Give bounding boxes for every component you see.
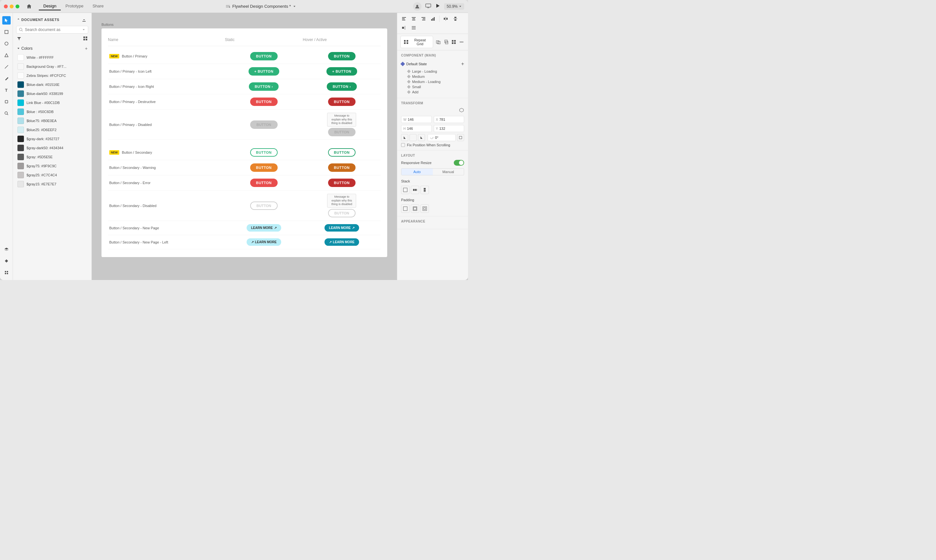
distribute-v-icon[interactable] bbox=[451, 15, 460, 23]
play-icon[interactable] bbox=[435, 3, 440, 10]
list-item[interactable]: Link Blue - #00C1DB bbox=[16, 98, 88, 107]
search-dropdown-icon[interactable] bbox=[82, 28, 85, 31]
layers-icon[interactable] bbox=[2, 245, 11, 254]
sub-item-medium[interactable]: Medium bbox=[401, 74, 464, 79]
list-item[interactable]: Zebra Stripes: #FCFCFC bbox=[16, 71, 88, 80]
filter-icon[interactable] bbox=[17, 36, 21, 42]
user-icon[interactable] bbox=[413, 2, 421, 11]
chart-icon[interactable] bbox=[429, 15, 437, 23]
copy-h-icon[interactable] bbox=[435, 39, 441, 45]
btn-learn-more-left-hover[interactable]: ↗ LEARN MORE bbox=[324, 238, 359, 246]
transform-3d-icon[interactable] bbox=[459, 108, 464, 114]
select-tool[interactable] bbox=[2, 16, 11, 25]
btn-primary-hover[interactable]: BUTTON bbox=[328, 52, 356, 60]
export-button[interactable] bbox=[80, 16, 88, 23]
list-item[interactable]: Background Gray - #F7... bbox=[16, 62, 88, 71]
align-right-icon[interactable] bbox=[419, 15, 427, 23]
padding-individual-icon[interactable] bbox=[421, 205, 429, 213]
copy-all-icon[interactable] bbox=[450, 39, 457, 45]
repeat-grid-button[interactable]: Repeat Grid bbox=[401, 36, 433, 48]
fix-scroll-checkbox[interactable] bbox=[401, 143, 405, 147]
x-field[interactable]: X 781 bbox=[434, 116, 464, 123]
list-item[interactable]: $gray-dark50: #434344 bbox=[16, 143, 88, 152]
add-color-button[interactable]: + bbox=[85, 46, 88, 51]
responsive-resize-toggle[interactable] bbox=[454, 160, 464, 166]
btn-primary-icon-right-hover[interactable]: BUTTON › bbox=[327, 82, 356, 91]
device-icon[interactable] bbox=[426, 3, 431, 9]
assets-icon[interactable] bbox=[2, 268, 11, 277]
btn-primary-static[interactable]: BUTTON bbox=[250, 52, 278, 60]
list-item[interactable]: $gray75: #9F9C9C bbox=[16, 162, 88, 171]
tab-auto[interactable]: Auto bbox=[401, 169, 433, 175]
btn-error-static[interactable]: BUTTON bbox=[250, 178, 278, 187]
artboard-tool[interactable] bbox=[2, 97, 11, 106]
btn-warning-hover[interactable]: BUTTON bbox=[328, 163, 356, 172]
btn-primary-icon-left-static[interactable]: + BUTTON bbox=[248, 67, 279, 75]
list-item[interactable]: $gray-dark: #262727 bbox=[16, 134, 88, 143]
rotate-field[interactable]: 0° bbox=[427, 134, 456, 141]
padding-none-icon[interactable] bbox=[401, 205, 410, 213]
stack-h-icon[interactable] bbox=[411, 186, 419, 194]
more-align-icon[interactable] bbox=[400, 24, 408, 32]
btn-secondary-static[interactable]: BUTTON bbox=[250, 148, 278, 157]
list-item[interactable]: $gray15: #E7E7E7 bbox=[16, 180, 88, 189]
copy-options-icon[interactable] bbox=[458, 39, 465, 45]
rectangle-tool[interactable] bbox=[2, 28, 11, 36]
ellipse-tool[interactable] bbox=[2, 39, 11, 48]
align-center-icon[interactable] bbox=[410, 15, 418, 23]
list-item[interactable]: $blue : #50C6DB bbox=[16, 107, 88, 116]
btn-warning-static[interactable]: BUTTON bbox=[250, 163, 278, 172]
btn-error-hover[interactable]: BUTTON bbox=[328, 178, 356, 187]
colors-section-header[interactable]: Colors + bbox=[13, 44, 91, 53]
btn-destructive-static[interactable]: BUTTON bbox=[250, 97, 278, 106]
grid-view-icon[interactable] bbox=[83, 36, 88, 42]
align-left-icon[interactable] bbox=[400, 15, 408, 23]
center-align-icon[interactable] bbox=[410, 134, 416, 141]
minimize-button[interactable] bbox=[10, 5, 14, 8]
sub-item-large-loading[interactable]: Large - Loading bbox=[401, 69, 464, 74]
tab-manual[interactable]: Manual bbox=[433, 169, 464, 175]
btn-learn-more-static[interactable]: LEARN MORE ↗ bbox=[247, 224, 281, 232]
stack-none-icon[interactable] bbox=[401, 186, 410, 194]
list-item[interactable]: $blue25: #D6EEF2 bbox=[16, 125, 88, 134]
sub-item-medium-loading[interactable]: Medium - Loading bbox=[401, 79, 464, 84]
sub-item-small[interactable]: Small bbox=[401, 84, 464, 89]
lines-icon[interactable] bbox=[410, 24, 418, 32]
home-button[interactable] bbox=[25, 2, 34, 11]
btn-primary-icon-left-hover[interactable]: + BUTTON bbox=[327, 67, 357, 75]
list-item[interactable]: $gray25: #C7C4C4 bbox=[16, 171, 88, 180]
list-item[interactable]: $blue-dark: #01516E bbox=[16, 80, 88, 89]
copy-v-icon[interactable] bbox=[443, 39, 449, 45]
zoom-control[interactable]: 50.9% bbox=[444, 3, 464, 10]
height-field[interactable]: H 146 bbox=[401, 125, 432, 132]
list-item[interactable]: $blue-dark50: #338199 bbox=[16, 89, 88, 98]
add-state-button[interactable]: + bbox=[461, 61, 464, 67]
triangle-tool[interactable] bbox=[2, 51, 11, 59]
btn-learn-more-left-static[interactable]: ↗ LEARN MORE bbox=[247, 238, 281, 246]
list-item[interactable]: White - #FFFFFF bbox=[16, 53, 88, 62]
start-align-icon[interactable] bbox=[401, 134, 408, 141]
tab-share[interactable]: Share bbox=[88, 2, 108, 10]
pen-tool[interactable] bbox=[2, 74, 11, 83]
tab-design[interactable]: Design bbox=[39, 2, 61, 10]
btn-secondary-hover[interactable]: BUTTON bbox=[328, 148, 356, 157]
close-button[interactable] bbox=[4, 5, 8, 8]
search-input[interactable] bbox=[25, 28, 80, 32]
components-icon[interactable] bbox=[2, 257, 11, 265]
maximize-button[interactable] bbox=[15, 5, 19, 8]
sub-item-add[interactable]: Add bbox=[401, 89, 464, 95]
text-tool[interactable]: T bbox=[2, 86, 11, 94]
search-tool[interactable] bbox=[2, 109, 11, 118]
tab-prototype[interactable]: Prototype bbox=[61, 2, 88, 10]
btn-learn-more-hover[interactable]: LEARN MORE ↗ bbox=[324, 224, 359, 232]
width-field[interactable]: W 146 bbox=[401, 116, 432, 123]
btn-primary-icon-right-static[interactable]: BUTTON › bbox=[249, 82, 279, 91]
resize-icon[interactable] bbox=[457, 134, 464, 141]
line-tool[interactable] bbox=[2, 63, 11, 71]
stack-v-icon[interactable] bbox=[421, 186, 429, 194]
distribute-h-icon[interactable] bbox=[441, 15, 450, 23]
list-item[interactable]: $blue75: #B0E0EA bbox=[16, 116, 88, 125]
btn-destructive-hover[interactable]: BUTTON bbox=[328, 97, 356, 106]
default-state-item[interactable]: Default State bbox=[401, 62, 427, 66]
y-field[interactable]: Y 132 bbox=[434, 125, 464, 132]
